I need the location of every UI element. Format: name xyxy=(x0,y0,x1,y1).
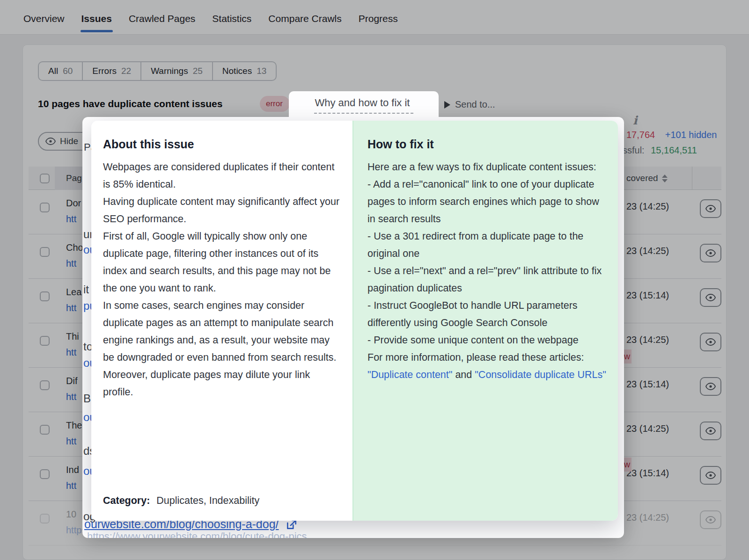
issue-info-tooltip: About this issue Webpages are considered… xyxy=(91,121,618,521)
about-issue-heading: About this issue xyxy=(103,138,342,151)
site-audit-page: Overview Issues Crawled Pages Statistics… xyxy=(0,0,749,560)
how-to-fix-heading: How to fix it xyxy=(367,138,609,151)
issue-category: Category: Duplicates, Indexability xyxy=(103,495,259,507)
fix-body-text: Here are a few ways to fix duplicate con… xyxy=(367,161,602,363)
ghost-page-url: https://www.yourwebsite.com/blog/cute-do… xyxy=(87,531,307,538)
why-how-trigger-tab: Why and how to fix it xyxy=(289,91,439,120)
about-issue-panel: About this issue Webpages are considered… xyxy=(91,121,352,521)
text-fragment: it xyxy=(83,283,89,296)
and-text: and xyxy=(452,369,475,380)
why-how-to-fix-link[interactable]: Why and how to fix it xyxy=(314,97,414,114)
about-issue-body: Webpages are considered duplicates if th… xyxy=(103,159,342,401)
text-fragment: B xyxy=(83,392,91,405)
how-to-fix-panel: How to fix it Here are a few ways to fix… xyxy=(352,121,618,521)
category-value: Duplicates, Indexability xyxy=(156,495,259,506)
duplicate-content-article-link[interactable]: "Duplicate content" xyxy=(367,369,452,380)
category-label: Category: xyxy=(103,495,150,506)
how-to-fix-body: Here are a few ways to fix duplicate con… xyxy=(367,159,609,384)
consolidate-urls-article-link[interactable]: "Consolidate duplicate URLs" xyxy=(475,369,606,380)
